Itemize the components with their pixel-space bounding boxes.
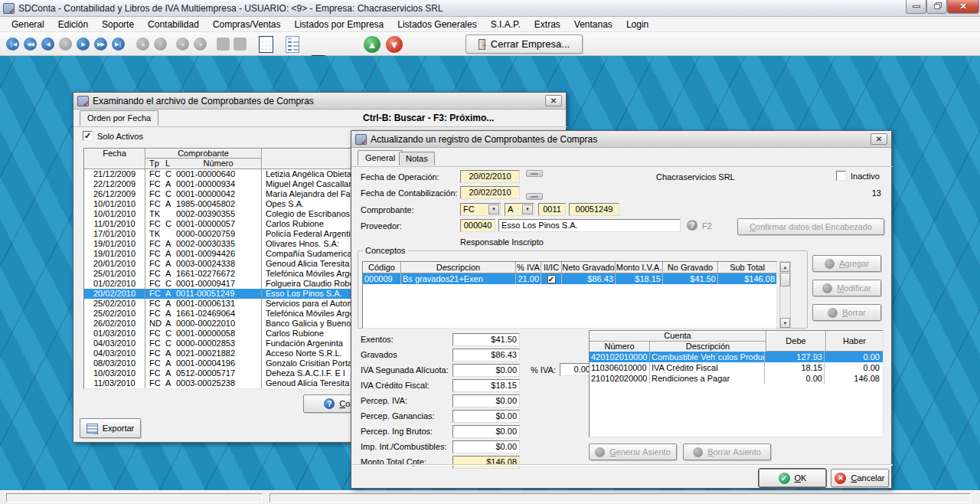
- scroll-down-icon[interactable]: ▼: [780, 318, 790, 328]
- cell-numero: 0011-00051249: [176, 289, 262, 299]
- menu-item[interactable]: Extras: [528, 17, 567, 32]
- menu-item[interactable]: S.I.A.P.: [484, 17, 528, 32]
- menu-bar: GeneralEdiciónSoporteContabilidadCompras…: [0, 17, 980, 32]
- col-comprobante[interactable]: Comprobante Tp L Número: [145, 149, 262, 169]
- proveedor-nombre-input[interactable]: Esso Los Pinos S.A.: [498, 219, 681, 232]
- col-haber[interactable]: Haber: [826, 331, 883, 352]
- cell-fecha: 11/01/2010: [84, 219, 145, 229]
- menu-item[interactable]: Contabilidad: [141, 17, 206, 32]
- menu-item[interactable]: Soporte: [95, 17, 141, 32]
- total-input[interactable]: $0.00: [452, 440, 520, 453]
- comprobante-letra-select[interactable]: A▼: [505, 203, 534, 216]
- nav-last-icon[interactable]: ▶❘: [112, 38, 125, 51]
- tab-general[interactable]: General: [358, 150, 403, 165]
- total-label: Exentos:: [361, 335, 452, 344]
- tab-orden-por-fecha[interactable]: Orden por Fecha: [80, 110, 158, 126]
- col-fecha[interactable]: Fecha: [84, 149, 145, 169]
- proveedor-codigo-input[interactable]: 000040: [460, 219, 495, 232]
- ok-button[interactable]: ✓ OK: [759, 469, 826, 487]
- fecha-operacion-input[interactable]: 20/02/2010: [460, 170, 520, 183]
- dialog-icon: [77, 96, 89, 106]
- total-input[interactable]: $0.00: [452, 410, 520, 423]
- cell-iiic: ✓: [541, 273, 562, 284]
- status-bar: [0, 490, 980, 504]
- col-descripcion: Descripción: [650, 342, 766, 352]
- cell-l: C: [165, 169, 176, 179]
- cell-tp: FC: [145, 169, 165, 179]
- total-input[interactable]: $41.50: [452, 333, 520, 346]
- disabled-dot-icon: [825, 259, 835, 269]
- menu-item[interactable]: General: [5, 17, 51, 32]
- total-input[interactable]: $0.00: [452, 425, 520, 438]
- col-debe[interactable]: Debe: [766, 331, 826, 352]
- close-company-button[interactable]: Cerrar Empresa...: [466, 34, 583, 54]
- menu-item[interactable]: Compras/Ventas: [206, 17, 288, 32]
- borrar-asiento-button: Borrar Asiento: [683, 443, 771, 460]
- tab-notas[interactable]: Notas: [399, 152, 435, 165]
- cell-tp: FC: [145, 269, 165, 279]
- cancel-x-icon: ✕: [835, 473, 846, 484]
- col-cuenta[interactable]: Cuenta Número Descripción: [590, 331, 766, 352]
- inactivo-checkbox[interactable]: Inactivo: [836, 171, 880, 181]
- menu-item[interactable]: Login: [619, 17, 655, 32]
- cell-tp: TK: [145, 229, 165, 239]
- total-row: Gravados $86.43: [361, 347, 598, 362]
- asiento-row[interactable]: 110306010000 IVA Crédito Fiscal 18.15 0.…: [590, 362, 883, 373]
- comprobante-sucursal-input[interactable]: 0011: [538, 203, 566, 216]
- total-input[interactable]: $146.08: [452, 456, 520, 469]
- confirmar-encabezado-button: Confirmar datos del Encabezado: [737, 218, 884, 235]
- browse-dialog-titlebar: Examinando el archivo de Comprobantes de…: [74, 93, 566, 110]
- total-input[interactable]: $18.15: [452, 379, 520, 392]
- nav-first-icon[interactable]: ❘◀: [6, 38, 19, 51]
- total-input[interactable]: $0.00: [452, 394, 520, 407]
- menu-item[interactable]: Listados Generales: [390, 17, 483, 32]
- scroll-thumb[interactable]: [780, 273, 790, 286]
- cell-l: A: [165, 289, 176, 299]
- fecha-contabilizacion-input[interactable]: 20/02/2010: [460, 186, 520, 199]
- records-list-icon[interactable]: [286, 36, 299, 53]
- chevron-down-icon[interactable]: ▼: [522, 205, 533, 214]
- menu-item[interactable]: Edición: [51, 17, 95, 32]
- scroll-up-icon[interactable]: ▲: [780, 262, 790, 272]
- nav-next-icon[interactable]: ▶: [77, 38, 90, 51]
- cell-neto: $86.43: [562, 273, 616, 284]
- conceptos-scrollbar[interactable]: ▲ ▼: [779, 261, 791, 329]
- cell-numero: 0000-00020759: [176, 229, 262, 239]
- fecha-contabilizacion-calendar-button[interactable]: [526, 193, 543, 200]
- menu-item[interactable]: Ventanas: [567, 17, 619, 32]
- asiento-row[interactable]: 420102010000 Combustible Veh´culos Produ…: [590, 352, 883, 362]
- cell-tp: FC: [145, 368, 165, 378]
- restore-button[interactable]: [926, 0, 947, 14]
- cancel-button[interactable]: ✕ Cancelar: [831, 469, 889, 487]
- concepto-row[interactable]: 000009 Bs gravados21+Exen 21.00 ✓ $86.43…: [363, 273, 776, 284]
- asiento-row[interactable]: 210102020000 Rendiciones a Pagar 0.00 14…: [590, 373, 883, 384]
- comprobante-numero-input[interactable]: 00051249: [569, 203, 619, 216]
- proveedor-help-icon[interactable]: ?: [687, 220, 697, 231]
- cell-numero: 0003-00024338: [176, 259, 262, 269]
- edit-dialog-close-icon[interactable]: ✕: [871, 133, 887, 145]
- total-input[interactable]: $0.00: [452, 364, 520, 377]
- chevron-down-icon[interactable]: ▼: [488, 205, 499, 214]
- comprobante-tipo-select[interactable]: FC▼: [460, 203, 501, 216]
- minimize-button[interactable]: [906, 0, 926, 14]
- cell-l: A: [165, 309, 176, 319]
- close-button[interactable]: ✕: [947, 0, 979, 14]
- nav-fast-prev-icon[interactable]: ◀◀: [24, 38, 37, 51]
- menu-item[interactable]: Listados por Empresa: [288, 17, 391, 32]
- browse-dialog-close-icon[interactable]: ✕: [545, 95, 562, 106]
- cell-numero: 0002-00030335: [176, 239, 262, 249]
- total-input[interactable]: $86.43: [452, 349, 520, 362]
- col-numero: Número: [176, 159, 260, 169]
- nav-fast-next-icon[interactable]: ▶▶: [94, 38, 107, 51]
- cell-numero: 1661-02469064: [176, 309, 262, 319]
- arrow-up-icon[interactable]: ▲: [364, 36, 381, 53]
- arrow-down-icon[interactable]: ▼: [386, 36, 403, 53]
- exportar-button[interactable]: → Exportar: [80, 418, 141, 438]
- nav-prev-icon[interactable]: ◀: [41, 38, 54, 51]
- cell-tp: FC: [145, 279, 165, 289]
- cell-fecha: 17/01/2010: [84, 229, 145, 239]
- fecha-operacion-calendar-button[interactable]: [526, 170, 543, 177]
- cell-numero: 110306010000: [590, 362, 650, 373]
- companies-icon[interactable]: [259, 36, 273, 53]
- only-active-checkbox[interactable]: ✓ Solo Activos: [83, 131, 143, 141]
